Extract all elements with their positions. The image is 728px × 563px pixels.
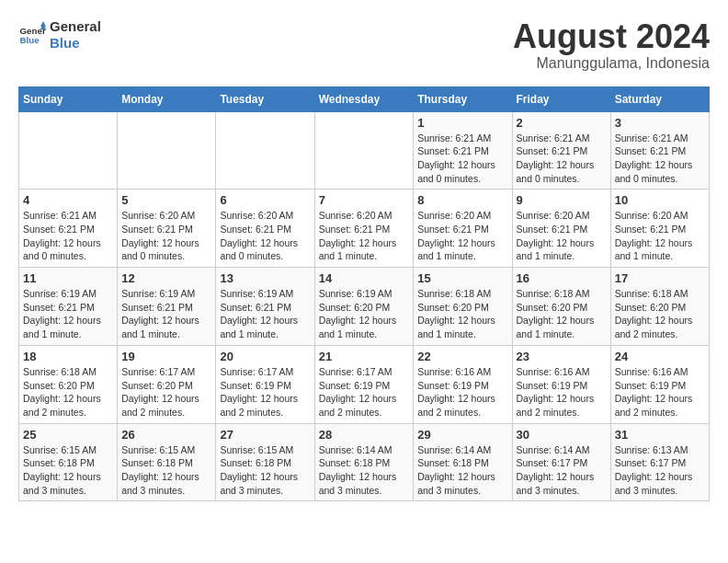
day-info: Sunrise: 6:16 AMSunset: 6:19 PMDaylight:… — [417, 365, 507, 419]
day-info: Sunrise: 6:21 AMSunset: 6:21 PMDaylight:… — [23, 209, 113, 263]
day-number: 14 — [319, 271, 410, 285]
day-info: Sunrise: 6:21 AMSunset: 6:21 PMDaylight:… — [417, 132, 507, 186]
calendar-day-cell: 27Sunrise: 6:15 AMSunset: 6:18 PMDayligh… — [216, 423, 314, 501]
calendar-day-cell: 12Sunrise: 6:19 AMSunset: 6:21 PMDayligh… — [118, 268, 216, 346]
day-info: Sunrise: 6:14 AMSunset: 6:18 PMDaylight:… — [319, 443, 410, 498]
day-info: Sunrise: 6:20 AMSunset: 6:21 PMDaylight:… — [121, 209, 211, 263]
day-number: 21 — [319, 350, 410, 363]
calendar-day-cell: 26Sunrise: 6:15 AMSunset: 6:18 PMDayligh… — [118, 423, 216, 501]
weekday-header-thursday: Thursday — [414, 86, 512, 111]
day-info: Sunrise: 6:14 AMSunset: 6:17 PMDaylight:… — [517, 443, 607, 498]
day-info: Sunrise: 6:20 AMSunset: 6:21 PMDaylight:… — [517, 209, 607, 263]
title-block: August 2024 Manunggulama, Indonesia — [513, 18, 710, 72]
day-number: 16 — [517, 271, 607, 285]
calendar-table: SundayMondayTuesdayWednesdayThursdayFrid… — [18, 86, 710, 502]
weekday-header-saturday: Saturday — [610, 86, 709, 111]
calendar-day-cell — [314, 111, 414, 190]
weekday-header-friday: Friday — [512, 86, 610, 111]
logo-general: General — [50, 18, 101, 35]
day-number: 17 — [615, 271, 705, 285]
day-number: 5 — [121, 193, 211, 207]
calendar-day-cell: 4Sunrise: 6:21 AMSunset: 6:21 PMDaylight… — [19, 190, 118, 268]
calendar-day-cell: 15Sunrise: 6:18 AMSunset: 6:20 PMDayligh… — [414, 268, 512, 346]
day-info: Sunrise: 6:19 AMSunset: 6:21 PMDaylight:… — [23, 287, 113, 341]
day-info: Sunrise: 6:19 AMSunset: 6:21 PMDaylight:… — [220, 287, 310, 341]
day-info: Sunrise: 6:19 AMSunset: 6:20 PMDaylight:… — [319, 287, 410, 341]
weekday-header-monday: Monday — [118, 86, 216, 111]
day-info: Sunrise: 6:16 AMSunset: 6:19 PMDaylight:… — [615, 365, 705, 419]
day-info: Sunrise: 6:15 AMSunset: 6:18 PMDaylight:… — [220, 443, 310, 498]
day-info: Sunrise: 6:14 AMSunset: 6:18 PMDaylight:… — [417, 443, 507, 498]
day-number: 22 — [417, 350, 507, 363]
calendar-day-cell: 1Sunrise: 6:21 AMSunset: 6:21 PMDaylight… — [414, 111, 512, 190]
calendar-day-cell: 5Sunrise: 6:20 AMSunset: 6:21 PMDaylight… — [118, 190, 216, 268]
day-number: 8 — [417, 193, 507, 207]
calendar-day-cell: 28Sunrise: 6:14 AMSunset: 6:18 PMDayligh… — [314, 423, 414, 501]
calendar-day-cell: 29Sunrise: 6:14 AMSunset: 6:18 PMDayligh… — [414, 423, 512, 501]
day-info: Sunrise: 6:20 AMSunset: 6:21 PMDaylight:… — [417, 209, 507, 263]
calendar-day-cell — [19, 111, 118, 190]
day-number: 26 — [121, 428, 211, 442]
day-number: 9 — [517, 193, 607, 207]
logo: General Blue General Blue — [18, 18, 101, 52]
location-subtitle: Manunggulama, Indonesia — [513, 55, 710, 72]
day-number: 12 — [121, 271, 211, 285]
calendar-day-cell: 17Sunrise: 6:18 AMSunset: 6:20 PMDayligh… — [610, 268, 709, 346]
calendar-day-cell: 20Sunrise: 6:17 AMSunset: 6:19 PMDayligh… — [216, 345, 314, 423]
day-info: Sunrise: 6:18 AMSunset: 6:20 PMDaylight:… — [23, 365, 113, 419]
day-number: 18 — [23, 350, 113, 363]
weekday-header-wednesday: Wednesday — [314, 86, 414, 111]
day-info: Sunrise: 6:20 AMSunset: 6:21 PMDaylight:… — [615, 209, 705, 263]
day-info: Sunrise: 6:15 AMSunset: 6:18 PMDaylight:… — [23, 443, 113, 498]
day-info: Sunrise: 6:19 AMSunset: 6:21 PMDaylight:… — [121, 287, 211, 341]
day-info: Sunrise: 6:16 AMSunset: 6:19 PMDaylight:… — [517, 365, 607, 419]
day-number: 25 — [23, 428, 113, 442]
day-info: Sunrise: 6:20 AMSunset: 6:21 PMDaylight:… — [220, 209, 310, 263]
calendar-day-cell: 10Sunrise: 6:20 AMSunset: 6:21 PMDayligh… — [610, 190, 709, 268]
calendar-day-cell: 3Sunrise: 6:21 AMSunset: 6:21 PMDaylight… — [610, 111, 709, 190]
day-info: Sunrise: 6:18 AMSunset: 6:20 PMDaylight:… — [417, 287, 507, 341]
day-number: 27 — [220, 428, 310, 442]
calendar-week-row: 1Sunrise: 6:21 AMSunset: 6:21 PMDaylight… — [19, 111, 710, 190]
day-number: 3 — [615, 116, 705, 130]
day-number: 30 — [517, 428, 607, 442]
day-info: Sunrise: 6:17 AMSunset: 6:19 PMDaylight:… — [220, 365, 310, 419]
day-number: 31 — [615, 428, 705, 442]
day-number: 13 — [220, 271, 310, 285]
day-number: 20 — [220, 350, 310, 363]
day-number: 29 — [417, 428, 507, 442]
calendar-week-row: 18Sunrise: 6:18 AMSunset: 6:20 PMDayligh… — [19, 345, 710, 423]
day-info: Sunrise: 6:15 AMSunset: 6:18 PMDaylight:… — [121, 443, 211, 498]
calendar-day-cell: 11Sunrise: 6:19 AMSunset: 6:21 PMDayligh… — [19, 268, 118, 346]
day-number: 2 — [517, 116, 607, 130]
day-number: 23 — [517, 350, 607, 363]
calendar-day-cell: 25Sunrise: 6:15 AMSunset: 6:18 PMDayligh… — [19, 423, 118, 501]
day-number: 1 — [417, 116, 507, 130]
calendar-day-cell: 9Sunrise: 6:20 AMSunset: 6:21 PMDaylight… — [512, 190, 610, 268]
calendar-day-cell: 24Sunrise: 6:16 AMSunset: 6:19 PMDayligh… — [610, 345, 709, 423]
day-number: 28 — [319, 428, 410, 442]
weekday-header-sunday: Sunday — [19, 86, 118, 111]
page-header: General Blue General Blue August 2024 Ma… — [18, 18, 710, 72]
day-number: 6 — [220, 193, 310, 207]
day-info: Sunrise: 6:18 AMSunset: 6:20 PMDaylight:… — [517, 287, 607, 341]
calendar-week-row: 4Sunrise: 6:21 AMSunset: 6:21 PMDaylight… — [19, 190, 710, 268]
svg-text:Blue: Blue — [20, 35, 40, 45]
calendar-week-row: 25Sunrise: 6:15 AMSunset: 6:18 PMDayligh… — [19, 423, 710, 501]
calendar-day-cell: 18Sunrise: 6:18 AMSunset: 6:20 PMDayligh… — [19, 345, 118, 423]
weekday-header-tuesday: Tuesday — [216, 86, 314, 111]
day-info: Sunrise: 6:20 AMSunset: 6:21 PMDaylight:… — [319, 209, 410, 263]
weekday-header-row: SundayMondayTuesdayWednesdayThursdayFrid… — [19, 86, 710, 111]
calendar-day-cell: 2Sunrise: 6:21 AMSunset: 6:21 PMDaylight… — [512, 111, 610, 190]
day-number: 15 — [417, 271, 507, 285]
day-info: Sunrise: 6:17 AMSunset: 6:19 PMDaylight:… — [319, 365, 410, 419]
day-info: Sunrise: 6:21 AMSunset: 6:21 PMDaylight:… — [517, 132, 607, 186]
calendar-day-cell — [118, 111, 216, 190]
day-info: Sunrise: 6:18 AMSunset: 6:20 PMDaylight:… — [615, 287, 705, 341]
calendar-day-cell: 16Sunrise: 6:18 AMSunset: 6:20 PMDayligh… — [512, 268, 610, 346]
calendar-day-cell: 13Sunrise: 6:19 AMSunset: 6:21 PMDayligh… — [216, 268, 314, 346]
calendar-day-cell: 21Sunrise: 6:17 AMSunset: 6:19 PMDayligh… — [314, 345, 414, 423]
logo-icon: General Blue — [18, 21, 46, 49]
calendar-day-cell: 22Sunrise: 6:16 AMSunset: 6:19 PMDayligh… — [414, 345, 512, 423]
calendar-day-cell: 6Sunrise: 6:20 AMSunset: 6:21 PMDaylight… — [216, 190, 314, 268]
